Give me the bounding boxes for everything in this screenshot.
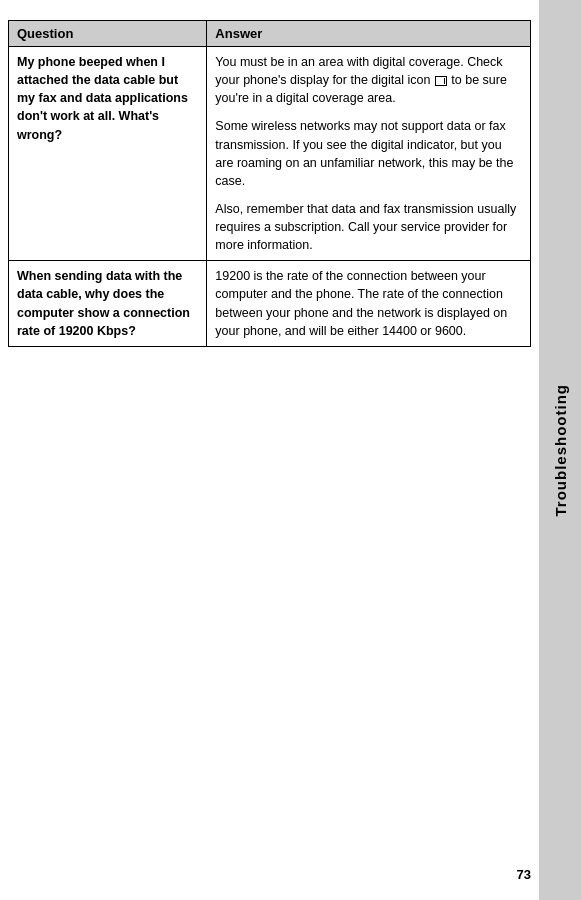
sidebar: Troubleshooting bbox=[539, 0, 581, 900]
table-row: When sending data with the data cable, w… bbox=[9, 261, 531, 347]
table-header-row: Question Answer bbox=[9, 21, 531, 47]
answer-para-1-3: Also, remember that data and fax transmi… bbox=[215, 200, 522, 254]
answer-cell-2: 19200 is the rate of the connection betw… bbox=[207, 261, 531, 347]
troubleshoot-table: Question Answer My phone beeped when I a… bbox=[8, 20, 531, 347]
question-header: Question bbox=[9, 21, 207, 47]
answer-para-2-1: 19200 is the rate of the connection betw… bbox=[215, 267, 522, 340]
page-container: Troubleshooting 73 Question Answer My ph… bbox=[0, 0, 581, 900]
content-area: Question Answer My phone beeped when I a… bbox=[8, 20, 531, 850]
page-number: 73 bbox=[517, 867, 531, 882]
digital-icon bbox=[435, 76, 447, 86]
question-cell-2: When sending data with the data cable, w… bbox=[9, 261, 207, 347]
sidebar-label: Troubleshooting bbox=[552, 384, 569, 517]
question-text-2: When sending data with the data cable, w… bbox=[17, 269, 190, 337]
answer-para-1-1: You must be in an area with digital cove… bbox=[215, 53, 522, 107]
answer-cell-1: You must be in an area with digital cove… bbox=[207, 47, 531, 261]
answer-para-1-2: Some wireless networks may not support d… bbox=[215, 117, 522, 190]
question-cell-1: My phone beeped when I attached the data… bbox=[9, 47, 207, 261]
table-row: My phone beeped when I attached the data… bbox=[9, 47, 531, 261]
answer-header: Answer bbox=[207, 21, 531, 47]
question-text-1: My phone beeped when I attached the data… bbox=[17, 55, 188, 142]
